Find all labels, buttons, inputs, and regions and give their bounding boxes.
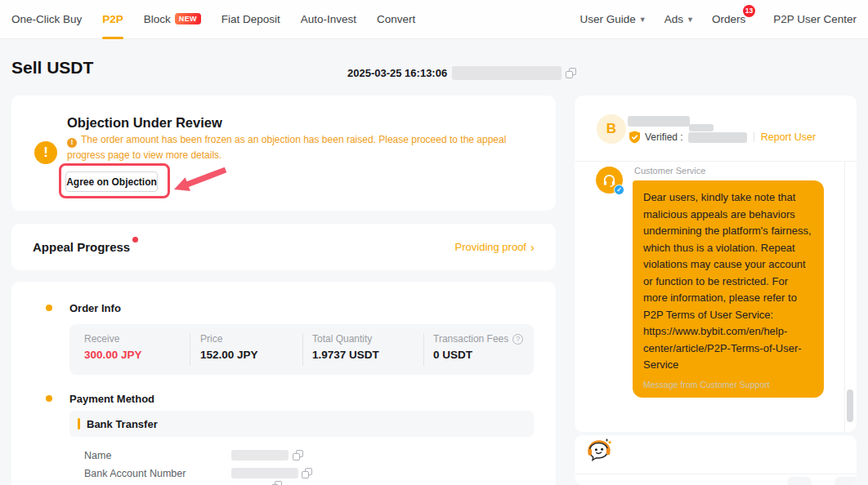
warning-icon: ! xyxy=(67,138,77,148)
divider xyxy=(844,162,845,432)
counterparty-name-redacted xyxy=(628,116,690,127)
chevron-down-icon: ▼ xyxy=(639,16,647,24)
verified-id-redacted xyxy=(688,132,747,143)
name-redacted xyxy=(231,450,289,461)
new-badge: NEW xyxy=(175,13,201,24)
avatar[interactable]: B xyxy=(597,114,626,144)
quick-reply-pill[interactable] xyxy=(787,477,812,485)
quick-reply-pill[interactable] xyxy=(834,477,857,485)
section-bullet-icon xyxy=(46,305,52,311)
payment-row-account-label: Bank Account Number xyxy=(84,468,186,479)
payment-method-bar: Bank Transfer xyxy=(69,411,534,437)
chat-panel: B Verified : Report User ✓ Customer Serv… xyxy=(575,96,857,432)
divider xyxy=(190,333,190,366)
nav-auto-invest[interactable]: Auto-Invest xyxy=(301,0,356,39)
order-timestamp: 2025-03-25 16:13:06 xyxy=(347,67,447,79)
order-info-box: Receive 300.00 JPY Price 152.00 JPY Tota… xyxy=(69,324,534,375)
providing-proof-link[interactable]: Providing proof › xyxy=(455,241,535,253)
copy-icon[interactable] xyxy=(271,481,282,485)
chevron-down-icon: ▼ xyxy=(687,16,694,24)
chat-scrollbar[interactable] xyxy=(847,389,853,422)
objection-heading: Objection Under Review xyxy=(67,115,222,131)
nav-user-guide[interactable]: User Guide ▼ xyxy=(580,0,647,39)
divider xyxy=(575,474,857,474)
verified-badge-icon: ✓ xyxy=(614,185,624,195)
top-nav: One-Click Buy P2P Block NEW Fiat Deposit… xyxy=(0,0,868,39)
nav-right: User Guide ▼ Ads ▼ Orders 13 P2P User Ce… xyxy=(562,0,857,39)
shield-check-icon xyxy=(629,131,641,144)
nav-p2p[interactable]: P2P xyxy=(102,0,123,39)
nav-ads[interactable]: Ads ▼ xyxy=(664,0,694,39)
appeal-progress-title: Appeal Progress xyxy=(33,240,130,254)
alert-circle-icon: ! xyxy=(34,141,57,164)
verified-row: Verified : Report User xyxy=(629,131,816,144)
p2p-order-page: One-Click Buy P2P Block NEW Fiat Deposit… xyxy=(0,0,868,485)
account-number-redacted xyxy=(231,468,298,478)
payment-method-section-label: Payment Method xyxy=(69,393,154,405)
order-timestamp-row: 2025-03-25 16:13:06 xyxy=(347,66,576,80)
copy-icon[interactable] xyxy=(566,68,576,78)
copy-icon[interactable] xyxy=(293,450,303,461)
order-details-card: Order Info Receive 300.00 JPY Price 152.… xyxy=(11,282,556,485)
divider xyxy=(575,161,857,162)
customer-service-message: Dear users, kindly take note that malici… xyxy=(633,180,824,398)
agree-on-objection-button[interactable]: Agree on Objection xyxy=(65,171,158,192)
chat-toolbar xyxy=(575,435,857,485)
chevron-right-icon: › xyxy=(530,241,535,253)
nav-fiat-deposit[interactable]: Fiat Deposit xyxy=(221,0,280,39)
annotation-arrow-icon xyxy=(172,165,229,194)
page-title: Sell USDT xyxy=(11,58,93,78)
orders-count-badge: 13 xyxy=(743,5,755,17)
nav-block[interactable]: Block NEW xyxy=(144,0,201,39)
payment-method-name: Bank Transfer xyxy=(87,418,158,430)
message-text: Dear users, kindly take note that malici… xyxy=(643,189,813,374)
customer-service-label: Customer Service xyxy=(634,166,705,176)
accent-bar xyxy=(78,418,80,429)
nav-p2p-user-center[interactable]: P2P User Center xyxy=(773,0,857,39)
objection-card: ! Objection Under Review !The order amou… xyxy=(11,96,556,211)
divider xyxy=(302,333,303,366)
help-circle-icon[interactable]: ? xyxy=(512,334,523,345)
chat-mascot-icon[interactable] xyxy=(585,438,613,465)
section-bullet-icon xyxy=(46,395,52,402)
payment-row-name-label: Name xyxy=(84,450,111,461)
nav-left: One-Click Buy P2P Block NEW Fiat Deposit… xyxy=(11,0,436,39)
nav-one-click-buy[interactable]: One-Click Buy xyxy=(11,0,82,39)
message-footer: Message from Customer Support xyxy=(643,380,813,389)
verified-label: Verified : xyxy=(645,131,683,143)
objection-warning: !The order amount has been frozen as an … xyxy=(67,132,539,163)
nav-orders[interactable]: Orders 13 xyxy=(712,0,745,39)
order-info-section-label: Order Info xyxy=(69,302,121,314)
divider xyxy=(754,132,754,142)
copy-icon[interactable] xyxy=(302,468,312,478)
report-user-link[interactable]: Report User xyxy=(761,131,816,143)
appeal-progress-card: Appeal Progress Providing proof › xyxy=(11,224,556,270)
order-id-redacted xyxy=(452,66,562,80)
nav-convert[interactable]: Convert xyxy=(377,0,415,39)
divider xyxy=(423,333,424,366)
